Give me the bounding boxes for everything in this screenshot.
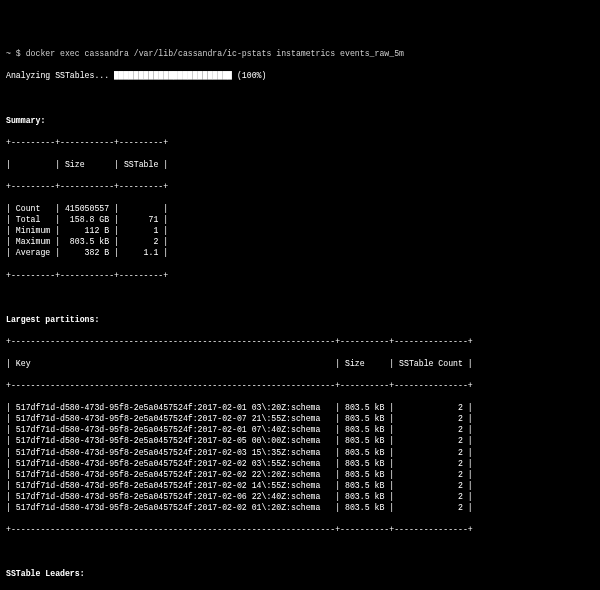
largest-row: | 517df71d-d580-473d-95f8-2e5a0457524f:2… [6,447,594,458]
largest-row: | 517df71d-d580-473d-95f8-2e5a0457524f:2… [6,424,594,435]
summary-row: | Total | 158.8 GB | 71 | [6,214,594,225]
blank2 [6,292,594,303]
largest-sep: +---------------------------------------… [6,336,594,347]
largest-row: | 517df71d-d580-473d-95f8-2e5a0457524f:2… [6,502,594,513]
summary-row: | Average | 382 B | 1.1 | [6,247,594,258]
largest-row: | 517df71d-d580-473d-95f8-2e5a0457524f:2… [6,491,594,502]
analyzing-line: Analyzing SSTables... ██████████████████… [6,70,594,81]
summary-title: Summary: [6,115,594,126]
largest-title: Largest partitions: [6,314,594,325]
command-line: ~ $ docker exec cassandra /var/lib/cassa… [6,48,594,59]
largest-row: | 517df71d-d580-473d-95f8-2e5a0457524f:2… [6,469,594,480]
summary-sep: +---------+-----------+---------+ [6,137,594,148]
summary-sep2: +---------+-----------+---------+ [6,181,594,192]
summary-head: | | Size | SSTable | [6,159,594,170]
largest-sep3: +---------------------------------------… [6,524,594,535]
blank3 [6,546,594,557]
largest-row: | 517df71d-d580-473d-95f8-2e5a0457524f:2… [6,402,594,413]
leaders-title: SSTable Leaders: [6,568,594,579]
largest-row: | 517df71d-d580-473d-95f8-2e5a0457524f:2… [6,435,594,446]
summary-row: | Minimum | 112 B | 1 | [6,225,594,236]
blank [6,93,594,104]
largest-row: | 517df71d-d580-473d-95f8-2e5a0457524f:2… [6,458,594,469]
summary-row: | Count | 415050557 | | [6,203,594,214]
largest-row: | 517df71d-d580-473d-95f8-2e5a0457524f:2… [6,480,594,491]
summary-row: | Maximum | 803.5 kB | 2 | [6,236,594,247]
largest-row: | 517df71d-d580-473d-95f8-2e5a0457524f:2… [6,413,594,424]
summary-sep3: +---------+-----------+---------+ [6,270,594,281]
largest-head: | Key | Size | SSTable Count | [6,358,594,369]
largest-sep2: +---------------------------------------… [6,380,594,391]
